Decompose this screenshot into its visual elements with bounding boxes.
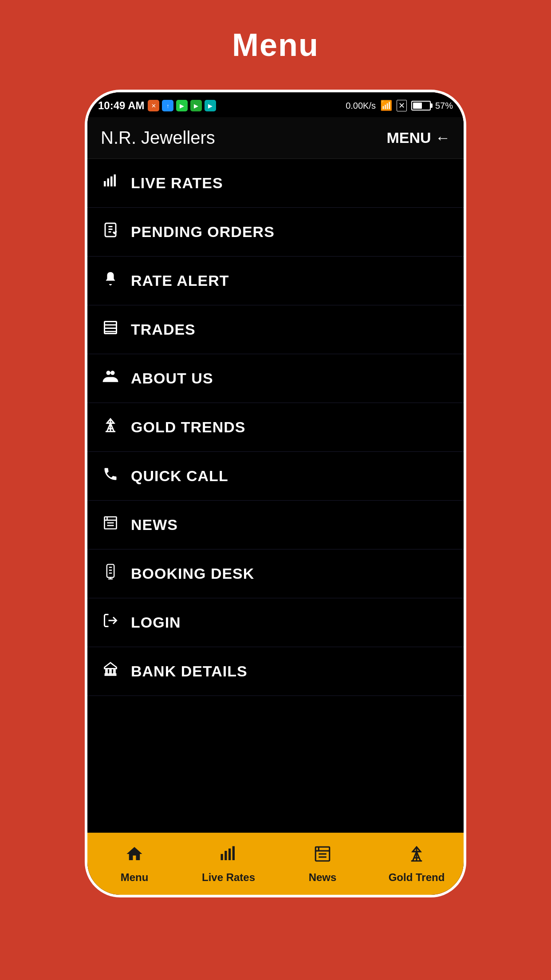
gold-trends-icon <box>101 417 120 438</box>
nav-item-gold-trend[interactable]: Gold Trend <box>370 833 464 895</box>
sync-icon: ↑ <box>162 100 173 111</box>
live-rates-icon <box>101 173 120 193</box>
menu-item-about-us[interactable]: ABOUT US <box>87 354 464 403</box>
menu-item-pending-orders[interactable]: PENDING ORDERS <box>87 208 464 257</box>
page-title: Menu <box>232 27 319 63</box>
menu-list: LIVE RATES PENDING ORDERS RATE ALERT TRA… <box>87 159 464 833</box>
trades-icon <box>101 320 120 340</box>
rate-alert-label: RATE ALERT <box>131 272 229 289</box>
nav-menu-label: Menu <box>121 871 149 884</box>
phone-frame: 10:49 AM ✕ ↑ ▶ ▶ ▶ <box>85 90 466 897</box>
status-bar: 10:49 AM ✕ ↑ ▶ ▶ ▶ <box>87 92 464 117</box>
about-us-icon <box>101 368 120 389</box>
app-name: N.R. Jewellers <box>101 128 215 148</box>
play-icon-2: ▶ <box>190 100 202 111</box>
app-header: N.R. Jewellers MENU ← <box>87 117 464 159</box>
menu-item-live-rates[interactable]: LIVE RATES <box>87 159 464 208</box>
quick-call-icon <box>101 466 120 486</box>
play-icon-1: ▶ <box>176 100 188 111</box>
nav-live-rates-label: Live Rates <box>202 871 255 884</box>
nav-gold-trend-label: Gold Trend <box>389 871 445 884</box>
nav-item-news[interactable]: News <box>276 833 370 895</box>
svg-rect-32 <box>221 854 223 860</box>
svg-point-9 <box>106 371 111 375</box>
svg-rect-35 <box>232 846 235 860</box>
nav-item-menu[interactable]: Menu <box>87 833 181 895</box>
menu-item-news[interactable]: NEWS <box>87 501 464 549</box>
about-us-label: ABOUT US <box>131 370 213 387</box>
wifi-icon: 📶 <box>380 100 392 111</box>
svg-rect-33 <box>224 851 227 860</box>
play-icon-3: ▶ <box>205 100 216 111</box>
nav-news-icon <box>313 845 332 868</box>
gold-trends-label: GOLD TRENDS <box>131 419 245 436</box>
pending-orders-label: PENDING ORDERS <box>131 223 275 241</box>
svg-rect-0 <box>104 181 106 186</box>
notification-icon: ✕ <box>148 100 159 111</box>
battery-indicator: 57% <box>411 101 453 111</box>
svg-point-10 <box>110 371 115 375</box>
svg-rect-34 <box>228 848 231 860</box>
nav-news-label: News <box>309 871 337 884</box>
signal-x-icon: ✕ <box>397 100 407 111</box>
svg-rect-19 <box>107 565 114 577</box>
menu-item-trades[interactable]: TRADES <box>87 305 464 354</box>
login-label: LOGIN <box>131 614 181 631</box>
news-label: NEWS <box>131 516 178 533</box>
news-icon <box>101 515 120 535</box>
menu-back-button[interactable]: MENU ← <box>386 129 450 146</box>
status-right: 0.00K/s 📶 ✕ 57% <box>346 100 453 111</box>
bank-details-icon <box>101 661 120 681</box>
rate-alert-icon <box>101 271 120 291</box>
svg-rect-1 <box>107 178 110 186</box>
booking-desk-icon <box>101 564 120 584</box>
battery-bar <box>411 101 431 111</box>
menu-item-bank-details[interactable]: BANK DETAILS <box>87 647 464 696</box>
nav-live-rates-icon <box>219 845 238 868</box>
phone-screen: 10:49 AM ✕ ↑ ▶ ▶ ▶ <box>87 92 464 895</box>
menu-item-quick-call[interactable]: QUICK CALL <box>87 452 464 501</box>
svg-rect-3 <box>114 174 116 186</box>
status-time: 10:49 AM <box>98 99 144 112</box>
pending-orders-icon <box>101 222 120 242</box>
menu-item-rate-alert[interactable]: RATE ALERT <box>87 257 464 305</box>
quick-call-label: QUICK CALL <box>131 467 228 485</box>
svg-rect-2 <box>110 177 113 187</box>
menu-item-gold-trends[interactable]: GOLD TRENDS <box>87 403 464 452</box>
booking-desk-label: BOOKING DESK <box>131 565 254 582</box>
live-rates-label: LIVE RATES <box>131 174 223 192</box>
status-icons: ✕ ↑ ▶ ▶ ▶ <box>148 100 216 111</box>
battery-fill <box>413 103 422 109</box>
nav-menu-icon <box>125 845 144 868</box>
menu-item-login[interactable]: LOGIN <box>87 598 464 647</box>
bank-details-label: BANK DETAILS <box>131 663 248 680</box>
status-left: 10:49 AM ✕ ↑ ▶ ▶ ▶ <box>98 99 216 112</box>
battery-percent: 57% <box>435 101 453 111</box>
network-speed: 0.00K/s <box>346 101 376 111</box>
nav-gold-trend-icon <box>407 845 426 868</box>
trades-label: TRADES <box>131 321 196 338</box>
login-icon <box>101 612 120 632</box>
nav-item-live-rates[interactable]: Live Rates <box>181 833 276 895</box>
bottom-nav: Menu Live Rates News Gold Trend <box>87 833 464 895</box>
menu-item-booking-desk[interactable]: BOOKING DESK <box>87 549 464 598</box>
